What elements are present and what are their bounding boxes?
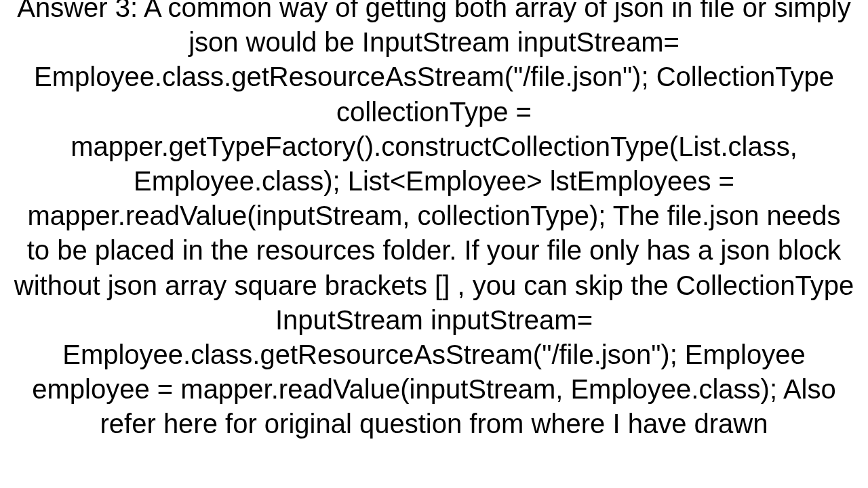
document-body-text: Answer 3: A common way of getting both a… — [0, 0, 868, 441]
